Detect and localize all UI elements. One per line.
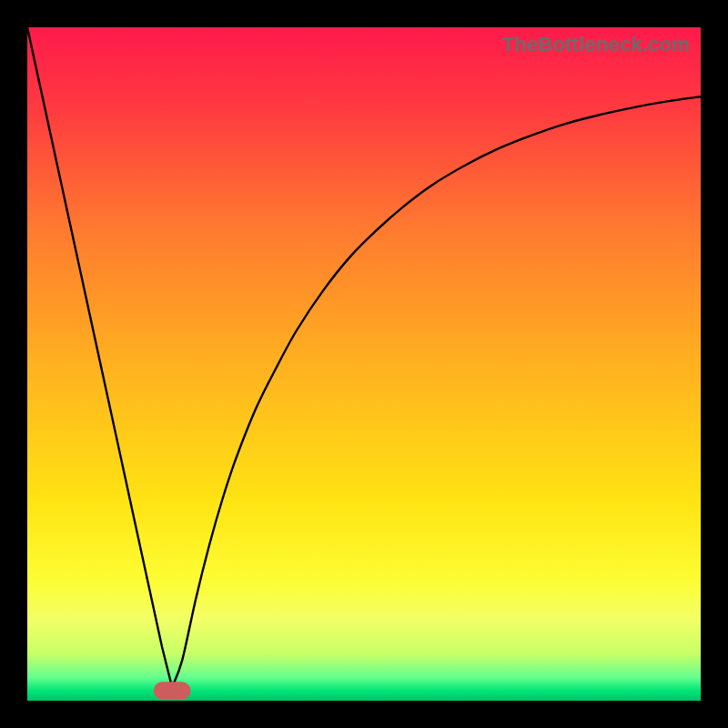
watermark-text: TheBottleneck.com — [502, 33, 690, 56]
plot-area: TheBottleneck.com — [27, 27, 701, 701]
optimum-marker — [154, 682, 191, 699]
chart-frame: TheBottleneck.com — [0, 0, 728, 728]
chart-svg — [27, 27, 701, 701]
gradient-background — [27, 27, 701, 701]
